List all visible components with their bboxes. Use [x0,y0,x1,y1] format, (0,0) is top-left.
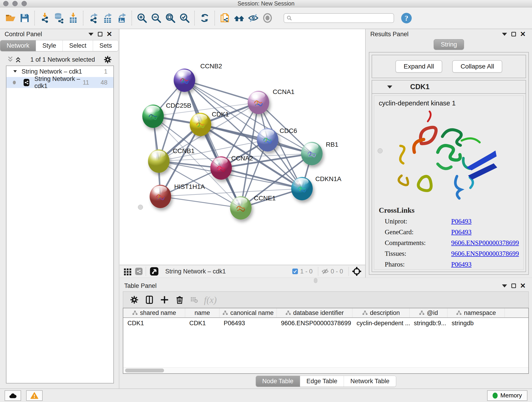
export-table-button[interactable] [100,11,114,26]
show-all-button[interactable] [260,11,274,26]
results-panel-close-button[interactable]: ✕ [518,31,527,38]
zoom-selected-button[interactable] [177,11,191,26]
zoom-in-button[interactable] [135,11,149,26]
duplicate-network-button[interactable] [218,11,232,26]
table-panel-menu-button[interactable] [500,282,509,289]
tree-expander-icon[interactable] [12,69,18,75]
table-cell[interactable]: 9606.ENSP00000378699 [277,318,352,328]
column-header-namespace[interactable]: namespace [447,308,505,317]
network-node-hist1h1a[interactable] [150,185,171,208]
column-header-name[interactable]: name [185,308,220,317]
show-columns-button[interactable] [145,295,154,304]
grid-view-button[interactable] [123,267,132,276]
function-builder-button[interactable]: f(x) [204,294,217,305]
table-row[interactable]: CDK1CDK1P064939606.ENSP00000378699cyclin… [123,318,528,328]
table-cell[interactable]: P06493 [220,318,277,328]
crosslink-link-uniprot-[interactable]: P06493 [451,217,472,225]
delete-table-button[interactable] [190,296,198,304]
tab-string[interactable]: String [434,39,464,50]
network-canvas[interactable]: CCNB2CCNA1CDC25BCDK1CDC6RB1CCNB1CCNA2CDK… [120,29,365,265]
horizontal-splitter-handle[interactable] [314,278,317,283]
network-options-button[interactable] [103,55,112,64]
collapse-all-button[interactable]: Collapse All [452,60,502,73]
gene-entry-header[interactable]: CDK1 [372,80,526,94]
crosslink-link-genecard-[interactable]: P06493 [451,228,472,236]
hidden-eye-icon[interactable] [322,268,329,275]
tab-node-table[interactable]: Node Table [256,376,300,387]
network-node-rb1[interactable] [301,142,323,165]
import-table-from-file-button[interactable] [66,11,80,26]
control-panel-menu-button[interactable] [86,31,95,38]
table-horizontal-scrollbar[interactable] [123,367,528,373]
crosslinks-title: CrossLinks [379,206,519,215]
table-panel-float-button[interactable] [509,282,518,289]
tab-edge-table[interactable]: Edge Table [300,376,344,387]
add-column-button[interactable] [160,295,169,304]
collapse-all-networks-button[interactable] [6,56,14,63]
control-panel-float-button[interactable] [95,31,105,38]
network-node-ccna1[interactable] [248,91,269,114]
selected-checkbox-icon[interactable] [292,268,298,274]
search-input[interactable] [294,14,391,22]
column-header--id[interactable]: @id [410,308,447,317]
control-panel-close-button[interactable]: ✕ [105,31,114,38]
network-node-cdkn1a[interactable] [291,177,313,200]
column-header-canonical-name[interactable]: canonical name [220,308,277,317]
table-cell[interactable]: cyclin-dependent ... [352,318,410,328]
protein-thumbnail-icon [305,147,318,160]
table-cell[interactable]: stringdb [447,318,505,328]
results-panel-menu-button[interactable] [500,31,509,38]
results-panel-float-button[interactable] [509,31,518,38]
network-row-selected[interactable]: String Network – cdk1 11 48 [6,77,114,88]
export-image-button[interactable] [114,11,129,26]
horizontal-splitter[interactable] [120,278,532,281]
expand-all-button[interactable]: Expand All [395,60,442,73]
zoom-out-button[interactable] [149,11,163,26]
expand-all-networks-button[interactable] [14,56,22,63]
scrollbar-thumb[interactable] [125,369,164,372]
left-splitter-handle[interactable] [138,205,143,210]
table-panel-close-button[interactable]: ✕ [518,282,527,289]
fit-selected-button[interactable] [352,267,361,276]
tab-select[interactable]: Select [63,40,93,51]
import-network-from-file-button[interactable] [38,11,52,26]
first-neighbors-button[interactable] [232,11,246,26]
hide-selected-button[interactable] [246,11,260,26]
crosslink-link-tissues-[interactable]: 9606.ENSP00000378699 [451,250,519,257]
network-node-ccnb1[interactable] [148,149,170,173]
collapse-entry-icon[interactable] [387,85,392,89]
network-node-cdc6[interactable] [257,128,278,152]
tab-network[interactable]: Network [0,40,36,51]
table-cell[interactable]: CDK1 [185,318,220,328]
network-node-ccnb2[interactable] [174,69,195,92]
network-node-ccna2[interactable] [210,156,232,180]
birds-eye-view-button[interactable] [149,266,159,276]
import-network-from-database-button[interactable] [52,11,66,26]
network-node-ccne1[interactable] [230,196,252,220]
memory-button[interactable]: Memory [487,390,527,401]
cloud-status-button[interactable] [5,390,21,401]
help-button[interactable]: ? [400,12,413,25]
export-network-button[interactable] [86,11,100,26]
table-cell[interactable]: CDK1 [123,318,185,328]
table-options-button[interactable] [130,295,139,304]
tab-network-table[interactable]: Network Table [344,376,396,387]
save-session-button[interactable] [17,11,32,26]
zoom-fit-content-button[interactable] [163,11,177,26]
open-session-button[interactable] [3,11,17,26]
column-header-description[interactable]: description [352,308,410,317]
column-header-shared-name[interactable]: shared name [123,308,185,317]
refresh-network-view-button[interactable] [197,11,212,26]
table-cell[interactable]: stringdb:9... [410,318,447,328]
network-node-cdk1[interactable] [190,113,211,136]
string-view-button[interactable] [135,268,143,275]
delete-column-button[interactable] [175,295,184,304]
tab-style[interactable]: Style [36,40,63,51]
crosslink-link-compartments-[interactable]: 9606.ENSP00000378699 [451,239,519,247]
tab-sets[interactable]: Sets [93,40,118,51]
warnings-button[interactable] [26,390,43,401]
column-header-database-identifier[interactable]: database identifier [277,308,352,317]
right-splitter-handle[interactable] [378,148,383,153]
crosslink-link-pharos-[interactable]: P06493 [451,261,472,268]
network-node-cdc25b[interactable] [142,104,164,128]
